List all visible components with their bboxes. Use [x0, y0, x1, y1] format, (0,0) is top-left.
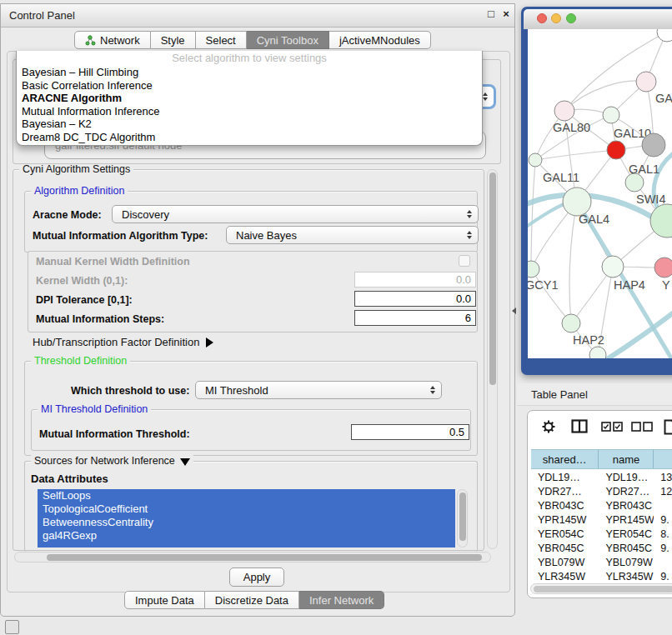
network-node-hap4[interactable] [602, 256, 624, 278]
settings-horizontal-scrollbar[interactable] [14, 552, 491, 562]
data-attributes-list[interactable]: SelfLoopsTopologicalCoefficientBetweenne… [38, 489, 455, 548]
mi-threshold-title: MI Threshold Definition [38, 403, 151, 415]
network-node-gal[interactable] [636, 72, 656, 92]
mi-algorithm-type-select[interactable]: Naive Bayes [226, 226, 479, 244]
list-item-gal4rgexp[interactable]: gal4RGexp [38, 529, 455, 542]
network-node[interactable] [642, 133, 665, 157]
network-node-gal4[interactable] [563, 188, 591, 216]
close-icon[interactable]: × [499, 8, 513, 21]
popup-item-aracne-algorithm[interactable]: ARACNE Algorithm [17, 92, 482, 105]
tab-label: Cyni Toolbox [257, 34, 318, 47]
network-node-gal10[interactable] [603, 107, 619, 123]
table-row[interactable]: YLR345WYLR345W9. [531, 570, 672, 584]
tab-label: Select [206, 34, 236, 47]
control-panel-titlebar[interactable]: Control Panel □ × [1, 4, 514, 28]
table-row[interactable]: YDR27…YDR27…12 [531, 485, 672, 499]
table-cell [654, 499, 672, 513]
tab-select[interactable]: Select [196, 31, 247, 49]
mi-threshold-input[interactable]: 0.5 [351, 424, 469, 440]
list-item-topologicalcoefficient[interactable]: TopologicalCoefficient [38, 502, 455, 516]
new-table-icon[interactable] [664, 419, 672, 435]
settings-vertical-scrollbar[interactable] [487, 169, 498, 549]
network-window[interactable]: GALGAL80GAL10GAL11GAL1GAL4SWI4GCY1HAP4YH… [521, 7, 672, 375]
network-node[interactable] [657, 29, 672, 42]
list-item-betweennesscentrality[interactable]: BetweennessCentrality [38, 516, 455, 529]
table-panel-title: Table Panel [531, 388, 588, 401]
tab-network[interactable]: Network [74, 31, 151, 49]
table-header-cell-name[interactable]: name [599, 449, 654, 469]
hub-section-toggle[interactable]: Hub/Transcription Factor Definition [33, 336, 213, 348]
popup-item-dream8-dc-tdc-algorithm[interactable]: Dream8 DC_TDC Algorithm [17, 131, 482, 144]
node-label-gal11: GAL11 [543, 171, 579, 184]
traffic-zoom-icon[interactable] [566, 13, 576, 23]
mi-steps-input[interactable]: 6 [354, 310, 476, 326]
table-cell: 8. [654, 528, 672, 542]
table-header-cell-shared[interactable]: shared… [531, 449, 599, 469]
which-threshold-select[interactable]: MI Threshold [195, 381, 442, 399]
list-item-selfloops[interactable]: SelfLoops [38, 489, 455, 502]
table-panel-titlebar[interactable]: Table Panel [517, 383, 672, 406]
table-row[interactable]: YBR045CYBR045C9. [531, 542, 672, 556]
table-row[interactable]: YER054CYER054C8. [531, 528, 672, 542]
bottom-tab-impute-data[interactable]: Impute Data [124, 591, 205, 609]
table-row[interactable]: YBR043CYBR043C [531, 499, 672, 513]
network-node[interactable] [607, 141, 625, 159]
network-node-hap2[interactable] [562, 314, 580, 332]
table-row[interactable]: YPR145WYPR145W9. [531, 513, 672, 528]
popup-item-mutual-information-inference[interactable]: Mutual Information Inference [17, 105, 482, 118]
table-horizontal-scrollbar[interactable] [530, 583, 672, 594]
network-edge [569, 202, 577, 323]
kernel-width-input[interactable]: 0.0 [354, 272, 476, 288]
tab-cyni-toolbox[interactable]: Cyni Toolbox [247, 31, 329, 49]
gear-icon[interactable] [541, 419, 556, 434]
tab-jactivemnodules[interactable]: jActiveMNodules [329, 31, 431, 49]
float-window-icon[interactable]: □ [484, 8, 498, 21]
bottom-tab-discretize-data[interactable]: Discretize Data [205, 591, 299, 609]
scrollbar-thumb[interactable] [534, 586, 672, 592]
network-canvas[interactable]: GALGAL80GAL10GAL11GAL1GAL4SWI4GCY1HAP4YH… [528, 29, 672, 358]
scrollbar-thumb[interactable] [47, 554, 482, 561]
network-node-gcy1[interactable] [528, 261, 539, 278]
table-header-cell[interactable] [654, 449, 672, 469]
list-item[interactable] [38, 542, 455, 548]
split-collapse-icon[interactable] [512, 308, 516, 314]
tab-label: jActiveMNodules [339, 34, 420, 47]
popup-item-bayesian-k2[interactable]: Bayesian – K2 [17, 118, 482, 131]
collapsed-panel-icon[interactable] [5, 620, 19, 634]
network-window-titlebar[interactable] [524, 9, 672, 29]
traffic-close-icon[interactable] [537, 13, 547, 23]
network-node-gal11[interactable] [529, 153, 542, 167]
tab-style[interactable]: Style [151, 31, 196, 49]
network-node-gal1[interactable] [625, 173, 644, 192]
cyni-bottom-tabbar: Impute DataDiscretize DataInfer Network [124, 591, 384, 609]
combo-arrows-icon [483, 92, 488, 101]
network-node-y[interactable] [654, 258, 672, 278]
tab-label: Infer Network [309, 594, 374, 607]
scrollbar-thumb[interactable] [489, 172, 496, 385]
table-row[interactable]: YDL19…YDL19…13 [531, 471, 672, 485]
list-vertical-scrollbar[interactable] [457, 489, 468, 548]
node-label-swi4: SWI4 [636, 192, 665, 206]
table-cell: YDR27… [531, 485, 599, 499]
aracne-mode-select[interactable]: Discovery [112, 205, 479, 223]
select-all-checkboxes-icon[interactable] [601, 422, 623, 432]
scrollbar-thumb[interactable] [459, 492, 466, 541]
bottom-tab-infer-network[interactable]: Infer Network [299, 591, 384, 609]
dpi-tolerance-input[interactable]: 0.0 [354, 291, 476, 307]
table-row[interactable]: YBL079WYBL079W [531, 556, 672, 570]
column-split-icon[interactable] [571, 419, 588, 433]
dpi-tolerance-label: DPI Tolerance [0,1]: [36, 294, 133, 306]
popup-item-bayesian-hill-climbing[interactable]: Bayesian – Hill Climbing [17, 66, 482, 79]
apply-button[interactable]: Apply [229, 568, 284, 587]
network-node-gal80[interactable] [554, 101, 574, 121]
traffic-minimize-icon[interactable] [551, 13, 561, 23]
popup-item-basic-correlation-inference[interactable]: Basic Correlation Inference [17, 79, 482, 92]
network-edge-thick [604, 304, 672, 358]
deselect-all-checkboxes-icon[interactable] [631, 422, 653, 432]
table-cell: YER054C [599, 528, 654, 542]
manual-kernel-label: Manual Kernel Width Definition [36, 256, 190, 268]
table-cell: YER054C [531, 528, 599, 542]
table-cell: 9. [654, 513, 672, 528]
table-cell: YLR345W [531, 570, 599, 584]
manual-kernel-checkbox[interactable] [459, 255, 470, 267]
